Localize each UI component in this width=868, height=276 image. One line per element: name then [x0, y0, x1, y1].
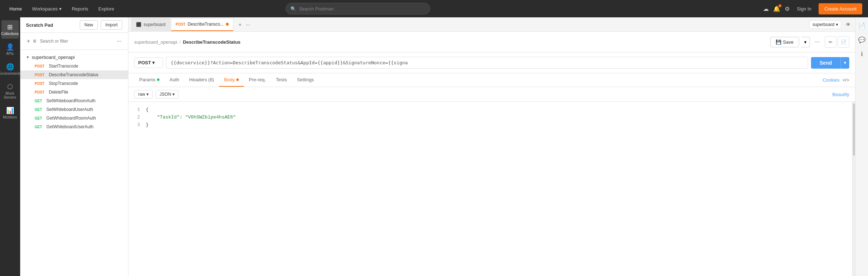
tab-headers-label: Headers (8): [189, 77, 214, 82]
list-item[interactable]: GET GetWhiteboardRoomAuth: [20, 114, 128, 122]
settings-icon[interactable]: ⚙: [785, 5, 790, 12]
list-item[interactable]: GET GetWhiteboardUserAuth: [20, 122, 128, 131]
chevron-down-icon: ▾: [59, 6, 62, 12]
code-line-3: 3 }: [134, 121, 849, 129]
comment-icon[interactable]: 💬: [856, 34, 868, 46]
method-badge-post: POST: [33, 73, 46, 77]
code-line-2: 2 "TaskId": "V0hSWZblpe4hsAE6": [134, 114, 849, 121]
add-collection-button[interactable]: +: [26, 37, 31, 45]
info-icon[interactable]: ℹ: [859, 48, 865, 60]
nav-home[interactable]: Home: [6, 4, 26, 14]
list-item[interactable]: POST StopTranscode: [20, 79, 128, 88]
nav-workspaces[interactable]: Workspaces ▾: [29, 4, 65, 14]
import-button[interactable]: Import: [101, 20, 122, 30]
notification-dot: [779, 4, 781, 7]
tab-auth-label: Auth: [170, 77, 179, 82]
beautify-link[interactable]: Beautify: [832, 92, 849, 97]
tab-actions: + ···: [237, 20, 251, 29]
sidebar-item-environments[interactable]: 🌐 Environments: [1, 60, 19, 78]
collection-folder[interactable]: ▼ superboard_openapi: [20, 53, 128, 62]
more-tabs-button[interactable]: ···: [244, 20, 251, 29]
tab2-method: POST: [176, 22, 185, 26]
eye-icon-button[interactable]: 👁: [844, 20, 852, 29]
method-badge-get: GET: [33, 107, 44, 112]
right-panel-icons: 📄 💬 ℹ: [855, 17, 868, 276]
code-content: {: [146, 106, 149, 114]
sidebar-item-apis[interactable]: 👤 APIs: [1, 40, 19, 59]
cloud-icon[interactable]: ☁: [763, 5, 769, 12]
workspace-label: superboard: [812, 22, 834, 27]
url-input[interactable]: [166, 57, 808, 69]
item-name: SetWhiteboardRoomAuth: [47, 98, 96, 103]
search-input[interactable]: [299, 6, 425, 12]
save-button[interactable]: 💾 Save: [770, 37, 799, 47]
tab-settings-label: Settings: [297, 77, 314, 82]
method-selector[interactable]: POST ▾: [134, 57, 163, 68]
sidebar-item-collections[interactable]: ⊞ Collections: [1, 20, 19, 39]
sidebar-item-mock-servers[interactable]: ⬡ Mock Servers: [1, 80, 19, 102]
send-dropdown-button[interactable]: ▾: [841, 57, 849, 69]
url-bar: POST ▾ Send ▾: [128, 52, 855, 73]
list-item[interactable]: GET SetWhiteboardUserAuth: [20, 105, 128, 114]
apis-icon: 👤: [6, 43, 14, 51]
more-button[interactable]: ···: [812, 37, 823, 47]
edit-button[interactable]: ✏: [825, 36, 836, 48]
body-format-selector[interactable]: raw ▾: [134, 90, 153, 99]
monitors-label: Monitors: [3, 115, 17, 119]
notification-icon[interactable]: 🔔: [773, 5, 780, 12]
collection-tree: ▼ superboard_openapi POST StartTranscode…: [20, 50, 128, 276]
nav-explore[interactable]: Explore: [95, 4, 118, 14]
workspace-selector[interactable]: superboard ▾: [809, 20, 841, 29]
list-item[interactable]: POST StartTranscode: [20, 62, 128, 70]
scrollbar-track[interactable]: [852, 102, 855, 276]
code-editor[interactable]: 1 { 2 "TaskId": "V0hSWZblpe4hsAE6" 3 }: [128, 102, 855, 276]
list-item[interactable]: POST DeleteFile: [20, 88, 128, 96]
header-buttons: New Import: [80, 20, 122, 30]
body-type-label: JSON: [159, 92, 171, 97]
tab-settings[interactable]: Settings: [292, 73, 319, 87]
tab-prereq[interactable]: Pre-req.: [244, 73, 271, 87]
sidebar-icons: ⊞ Collections 👤 APIs 🌐 Environments ⬡ Mo…: [0, 17, 20, 276]
list-item[interactable]: POST DescribeTranscodeStatus: [20, 70, 128, 79]
add-tab-button[interactable]: +: [237, 20, 243, 29]
body-toolbar: raw ▾ JSON ▾ Beautify: [128, 87, 855, 102]
line-number: 1: [134, 106, 140, 114]
method-chevron-icon: ▾: [152, 60, 155, 65]
code-icon[interactable]: </>: [842, 77, 849, 83]
cookies-link[interactable]: Cookies: [823, 77, 839, 83]
tab-headers[interactable]: Headers (8): [184, 73, 219, 87]
document-icon[interactable]: 📄: [856, 20, 868, 31]
edit-icons: ✏ 📄: [825, 36, 849, 48]
scrollbar-thumb[interactable]: [853, 103, 855, 156]
note-button[interactable]: 📄: [838, 36, 849, 48]
tab-superboard[interactable]: ⬛ superboard: [131, 18, 170, 31]
list-item[interactable]: GET SetWhiteboardRoomAuth: [20, 96, 128, 105]
tab-params[interactable]: Params: [134, 73, 165, 87]
save-dropdown-button[interactable]: ▾: [801, 37, 810, 47]
collections-icon: ⊞: [7, 23, 13, 31]
breadcrumb-separator: /: [179, 39, 181, 45]
search-bar[interactable]: 🔍: [286, 3, 430, 14]
tab-tests-label: Tests: [276, 77, 287, 82]
save-label: Save: [783, 39, 794, 45]
request-header: superboard_openapi / DescribeTranscodeSt…: [128, 32, 855, 52]
send-button[interactable]: Send: [811, 57, 841, 69]
tab-describe-transcode[interactable]: POST DescribeTransco...: [171, 18, 234, 31]
search-icon: 🔍: [290, 6, 296, 12]
body-type-selector[interactable]: JSON ▾: [155, 90, 179, 99]
new-button[interactable]: New: [80, 20, 98, 30]
create-account-button[interactable]: Create Account: [819, 3, 862, 14]
send-button-group: Send ▾: [811, 57, 849, 69]
filter-button[interactable]: ≡: [32, 37, 37, 45]
filter-input[interactable]: [40, 39, 113, 44]
more-options-button[interactable]: ···: [116, 37, 122, 45]
method-label: POST: [138, 60, 151, 65]
folder-chevron: ▼: [26, 55, 30, 59]
sign-in-button[interactable]: Sign In: [794, 4, 814, 14]
panel-actions-bar: + ≡ ···: [20, 33, 128, 50]
tab-tests[interactable]: Tests: [271, 73, 292, 87]
tab-auth[interactable]: Auth: [165, 73, 184, 87]
nav-reports[interactable]: Reports: [68, 4, 92, 14]
tab-body[interactable]: Body: [219, 73, 244, 87]
sidebar-item-monitors[interactable]: 📊 Monitors: [1, 104, 19, 122]
